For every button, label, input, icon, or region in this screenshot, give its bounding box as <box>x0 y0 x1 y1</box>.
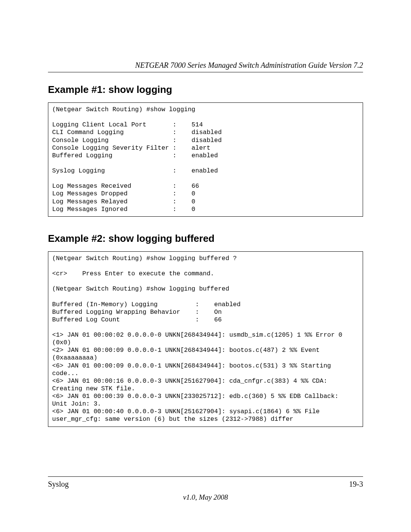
page: NETGEAR 7000 Series Managed Switch Admin… <box>0 0 411 532</box>
footer-page-number: 19-3 <box>349 480 363 489</box>
heading-example-2: Example #2: show logging buffered <box>48 233 363 244</box>
footer: Syslog 19-3 v1.0, May 2008 <box>48 476 363 502</box>
footer-version: v1.0, May 2008 <box>48 493 363 502</box>
footer-line: Syslog 19-3 <box>48 480 363 489</box>
heading-example-1: Example #1: show logging <box>48 84 363 96</box>
code-block-example-1: (Netgear Switch Routing) #show logging L… <box>48 102 363 217</box>
footer-section-name: Syslog <box>48 480 68 489</box>
header-rule <box>48 72 363 72</box>
running-header: NETGEAR 7000 Series Managed Switch Admin… <box>48 61 363 72</box>
footer-rule <box>48 476 363 477</box>
code-block-example-2: (Netgear Switch Routing) #show logging b… <box>48 251 363 427</box>
